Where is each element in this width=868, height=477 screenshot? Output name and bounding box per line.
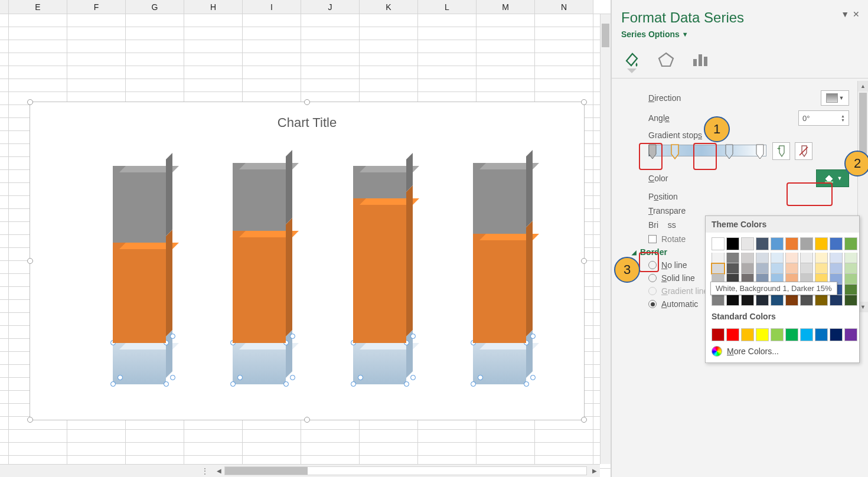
color-swatch[interactable] <box>815 253 828 263</box>
color-swatch[interactable] <box>800 263 813 274</box>
color-swatch[interactable] <box>785 253 798 263</box>
color-swatch[interactable] <box>712 253 725 263</box>
color-swatch[interactable] <box>726 295 739 306</box>
series-selection-handle[interactable] <box>283 381 289 387</box>
series-options-tab-icon[interactable] <box>690 48 711 70</box>
color-swatch[interactable] <box>815 237 828 250</box>
series-selection-handle[interactable] <box>358 375 363 380</box>
radio-icon[interactable] <box>648 300 657 308</box>
series-selection-handle[interactable] <box>351 381 356 387</box>
color-swatch[interactable] <box>844 253 857 263</box>
color-swatch[interactable] <box>830 263 843 274</box>
color-swatch[interactable] <box>771 237 784 250</box>
worksheet-grid[interactable]: EFGHIJKLMN ⋮ ◀ ▶ Chart Title <box>0 0 611 477</box>
rotate-checkbox[interactable] <box>648 235 657 243</box>
series-selection-handle[interactable] <box>110 381 116 387</box>
chart-resize-handle[interactable] <box>304 417 310 423</box>
series-selection-handle[interactable] <box>524 381 529 387</box>
series-selection-handle[interactable] <box>170 334 175 339</box>
fill-and-line-tab-icon[interactable] <box>621 48 642 70</box>
column-header[interactable]: J <box>301 0 360 14</box>
selected-series-segment[interactable] <box>113 343 166 384</box>
chart-plot-area[interactable] <box>113 154 526 384</box>
column-header[interactable]: H <box>184 0 243 14</box>
chart-title[interactable]: Chart Title <box>30 115 584 130</box>
series-selection-handle[interactable] <box>404 381 409 387</box>
chart-resize-handle[interactable] <box>581 417 587 423</box>
color-swatch[interactable] <box>815 328 828 341</box>
color-swatch[interactable] <box>844 263 857 274</box>
color-swatch[interactable] <box>712 237 725 250</box>
add-gradient-stop-button[interactable]: + <box>772 142 790 160</box>
radio-icon[interactable] <box>648 274 657 282</box>
color-swatch[interactable] <box>741 328 754 341</box>
horizontal-scrollbar-thumb[interactable] <box>225 467 308 475</box>
gradient-stop-4[interactable] <box>755 143 765 161</box>
chart-resize-handle[interactable] <box>27 99 33 105</box>
color-swatch[interactable] <box>756 295 769 306</box>
column-header[interactable]: E <box>9 0 67 14</box>
effects-tab-icon[interactable] <box>655 48 677 70</box>
color-swatch[interactable] <box>844 274 857 285</box>
column-header[interactable]: I <box>243 0 301 14</box>
chart-object[interactable]: Chart Title <box>30 102 585 420</box>
column-header[interactable]: N <box>535 0 593 14</box>
chart-resize-handle[interactable] <box>27 417 33 423</box>
series-selection-handle[interactable] <box>471 381 476 387</box>
gradient-stop-2[interactable] <box>670 143 680 161</box>
color-swatch[interactable] <box>756 253 769 263</box>
color-swatch[interactable] <box>756 237 769 250</box>
color-swatch[interactable] <box>844 328 857 341</box>
close-icon[interactable]: ✕ <box>853 9 860 19</box>
chart-bar[interactable] <box>473 163 526 384</box>
chart-bar[interactable] <box>353 166 406 384</box>
angle-spinner-icon[interactable]: ▲▼ <box>841 114 845 122</box>
color-swatch[interactable] <box>741 295 754 306</box>
series-selection-handle[interactable] <box>164 381 169 387</box>
series-selection-handle[interactable] <box>410 375 416 380</box>
color-swatch[interactable] <box>726 237 739 250</box>
color-swatch[interactable] <box>785 263 798 274</box>
column-header[interactable]: K <box>360 0 418 14</box>
color-swatch[interactable] <box>800 328 813 341</box>
horizontal-scrollbar[interactable]: ⋮ ◀ ▶ <box>0 464 600 477</box>
scroll-right-arrow-icon[interactable]: ▶ <box>589 466 600 476</box>
chart-resize-handle[interactable] <box>27 258 33 264</box>
color-swatch[interactable] <box>830 253 843 263</box>
color-swatch[interactable] <box>741 253 754 263</box>
color-swatch[interactable] <box>726 263 739 274</box>
color-swatch[interactable] <box>844 295 857 306</box>
color-swatch[interactable] <box>785 237 798 250</box>
selected-series-segment[interactable] <box>233 343 286 384</box>
selected-series-segment[interactable] <box>353 343 406 384</box>
color-swatch[interactable] <box>815 263 828 274</box>
chart-resize-handle[interactable] <box>581 258 587 264</box>
column-header[interactable]: F <box>67 0 126 14</box>
chart-bar[interactable] <box>113 166 166 384</box>
gradient-stop-3[interactable] <box>725 143 734 161</box>
column-header[interactable]: G <box>126 0 184 14</box>
vertical-scrollbar-thumb[interactable] <box>602 24 609 47</box>
angle-input[interactable]: 0° ▲▼ <box>798 110 849 126</box>
series-selection-handle[interactable] <box>530 375 536 380</box>
color-swatch[interactable] <box>712 328 725 341</box>
remove-gradient-stop-button[interactable] <box>795 142 812 160</box>
series-options-dropdown[interactable]: Series Options ▼ <box>621 30 688 39</box>
series-selection-handle[interactable] <box>478 375 483 380</box>
more-colors-button[interactable]: More Colors... <box>706 341 859 358</box>
color-swatch[interactable] <box>771 253 784 263</box>
series-selection-handle[interactable] <box>230 381 236 387</box>
color-swatch[interactable] <box>726 328 739 341</box>
scroll-up-arrow-icon[interactable]: ▲ <box>858 81 868 92</box>
color-swatch[interactable] <box>726 253 739 263</box>
direction-picker-button[interactable]: ▼ <box>821 90 849 106</box>
color-swatch[interactable] <box>800 295 813 306</box>
vertical-scrollbar[interactable] <box>600 14 611 464</box>
color-swatch[interactable] <box>815 295 828 306</box>
color-swatch[interactable] <box>785 328 798 341</box>
chart-bar[interactable] <box>233 163 286 384</box>
sheet-tab-menu-icon[interactable]: ⋮ <box>201 466 209 476</box>
series-selection-handle[interactable] <box>410 334 416 339</box>
color-swatch[interactable] <box>830 237 843 250</box>
color-swatch[interactable] <box>741 263 754 274</box>
